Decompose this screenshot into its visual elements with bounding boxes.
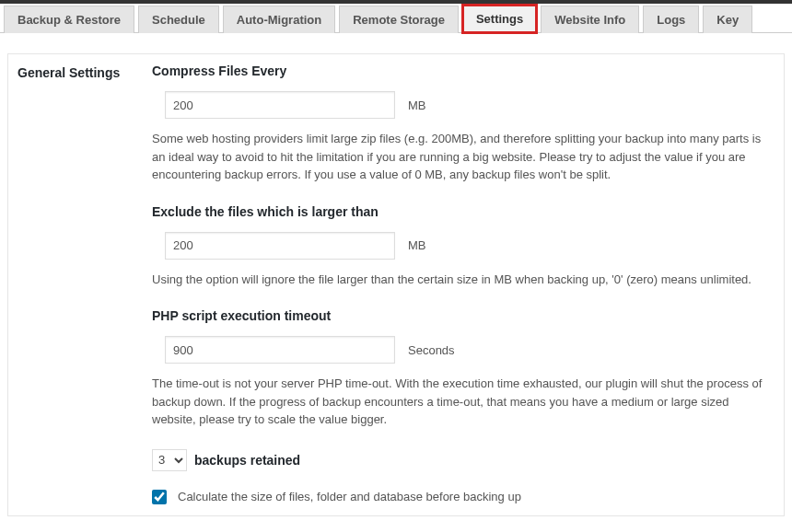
tab-remote-storage[interactable]: Remote Storage (339, 6, 459, 33)
tabs-container: Backup & Restore Schedule Auto-Migration… (0, 4, 792, 33)
retain-label: backups retained (194, 453, 300, 468)
exclude-input-row: MB (152, 232, 767, 260)
timeout-input-row: Seconds (152, 336, 767, 364)
compress-input[interactable] (165, 91, 395, 119)
field-calc-size: Calculate the size of files, folder and … (152, 490, 767, 504)
tab-website-info[interactable]: Website Info (541, 6, 639, 33)
timeout-unit: Seconds (408, 343, 455, 357)
compress-label: Compress Files Every (152, 64, 767, 78)
tab-schedule[interactable]: Schedule (138, 6, 219, 33)
retain-select[interactable]: 3 (152, 449, 187, 471)
timeout-desc: The time-out is not your server PHP time… (152, 375, 767, 429)
timeout-input[interactable] (165, 336, 395, 364)
tab-backup-restore[interactable]: Backup & Restore (4, 6, 134, 33)
sidebar-title: General Settings (17, 65, 134, 80)
content-wrapper: General Settings Compress Files Every MB… (0, 33, 792, 524)
timeout-label: PHP script execution timeout (152, 308, 767, 323)
tab-logs[interactable]: Logs (643, 6, 699, 33)
calc-size-checkbox[interactable] (152, 490, 167, 504)
settings-panel: General Settings Compress Files Every MB… (7, 53, 785, 516)
compress-input-row: MB (152, 91, 767, 119)
exclude-unit: MB (408, 238, 426, 252)
panel-sidebar: General Settings (8, 54, 143, 515)
panel-main: Compress Files Every MB Some web hosting… (143, 54, 784, 515)
tab-settings[interactable]: Settings (462, 5, 537, 33)
compress-unit: MB (408, 98, 426, 112)
compress-desc: Some web hosting providers limit large z… (152, 130, 767, 184)
exclude-desc: Using the option will ignore the file la… (152, 271, 767, 289)
field-exclude: Exclude the files which is larger than M… (152, 204, 767, 289)
field-compress: Compress Files Every MB Some web hosting… (152, 64, 767, 184)
field-timeout: PHP script execution timeout Seconds The… (152, 308, 767, 429)
field-retain: 3 backups retained (152, 449, 767, 471)
exclude-input[interactable] (165, 232, 395, 260)
exclude-label: Exclude the files which is larger than (152, 204, 767, 219)
tab-auto-migration[interactable]: Auto-Migration (223, 6, 335, 33)
calc-size-label: Calculate the size of files, folder and … (178, 490, 521, 503)
tab-key[interactable]: Key (703, 6, 752, 33)
